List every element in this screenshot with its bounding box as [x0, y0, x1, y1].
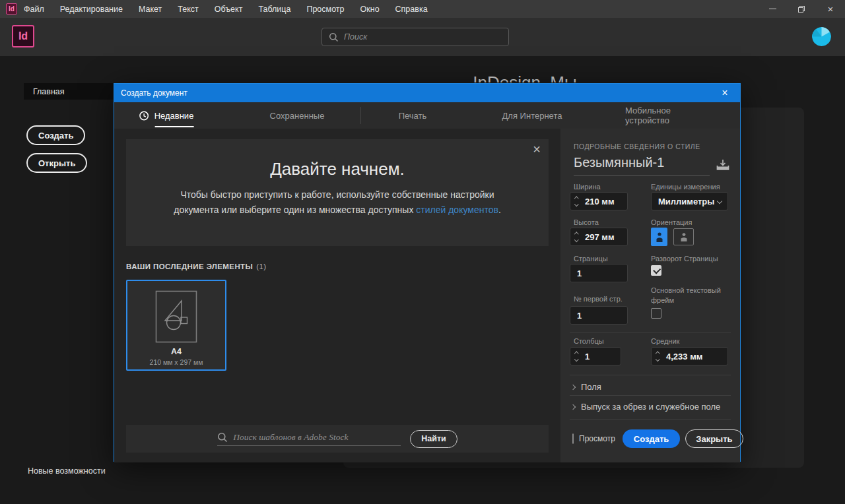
columns-field[interactable]: 1 — [570, 347, 621, 365]
close-window-button[interactable]: × — [816, 0, 845, 18]
columns-stepper[interactable] — [570, 352, 582, 360]
start-page-field[interactable]: 1 — [570, 306, 628, 325]
menu-table[interactable]: Таблица — [258, 5, 290, 14]
recent-items-section-label: ВАШИ ПОСЛЕДНИЕ ЭЛЕМЕНТЫ(1) — [126, 263, 266, 270]
bleed-label: Выпуск за обрез и служебное поле — [581, 402, 720, 412]
units-value: Миллиметры — [652, 197, 714, 206]
user-avatar[interactable] — [812, 27, 831, 46]
whats-new-link[interactable]: Новые возможности — [28, 466, 106, 476]
facing-pages-checkbox[interactable] — [651, 265, 661, 276]
stock-search-input[interactable] — [233, 432, 401, 443]
primary-text-frame-checkbox[interactable] — [651, 308, 661, 319]
window-controls: × — [758, 0, 845, 18]
units-label: Единицы измерения — [651, 183, 720, 191]
margins-label: Поля — [581, 382, 601, 392]
recent-items-count: (1) — [256, 263, 266, 270]
tab-print[interactable]: Печать — [399, 102, 427, 129]
width-stepper[interactable] — [570, 197, 582, 205]
tab-recent-label: Недавние — [154, 111, 194, 121]
restore-icon — [798, 6, 805, 13]
pages-value: 1 — [570, 268, 582, 278]
sidebar-home-label: Главная — [33, 87, 65, 96]
orientation-portrait-icon[interactable] — [651, 228, 667, 246]
divider — [570, 375, 731, 375]
chevron-down-icon — [717, 199, 722, 204]
preset-details-panel: ПОДРОБНЫЕ СВЕДЕНИЯ О СТИЛЕ Безымянный-1 … — [560, 129, 740, 462]
minimize-button[interactable] — [758, 0, 787, 18]
document-presets-link[interactable]: стилей документов — [416, 205, 498, 215]
menu-layout[interactable]: Макет — [139, 5, 162, 14]
restore-button[interactable] — [787, 0, 816, 18]
card-close-button[interactable]: × — [533, 142, 541, 157]
menu-window[interactable]: Окно — [360, 5, 380, 14]
stock-search-bar: Найти — [126, 425, 549, 453]
save-preset-icon[interactable] — [716, 159, 729, 171]
tab-mobile[interactable]: Мобильное устройство — [625, 102, 702, 129]
primary-text-frame-label: Основной текстовый фрейм — [651, 286, 729, 305]
width-value: 210 мм — [582, 197, 615, 206]
gutter-field[interactable]: 4,233 мм — [651, 347, 728, 365]
tab-print-label: Печать — [399, 111, 427, 121]
orientation-options — [651, 228, 694, 246]
height-label: Высота — [574, 218, 599, 226]
columns-value: 1 — [582, 352, 590, 362]
width-label: Ширина — [574, 183, 601, 191]
indesign-mini-logo-icon: Id — [6, 3, 17, 15]
menu-help[interactable]: Справка — [395, 5, 428, 14]
search-icon — [217, 432, 228, 443]
preview-checkbox[interactable] — [572, 433, 574, 444]
pages-label: Страницы — [574, 255, 608, 263]
bleed-expander[interactable]: Выпуск за обрез и служебное поле — [571, 402, 720, 412]
tab-recent[interactable]: Недавние — [139, 102, 194, 129]
os-titlebar: Id Файл Редактирование Макет Текст Объек… — [0, 0, 845, 18]
recent-items-title: ВАШИ ПОСЛЕДНИЕ ЭЛЕМЕНТЫ — [126, 263, 253, 270]
sidebar-open-button[interactable]: Открыть — [26, 153, 87, 173]
close-button[interactable]: Закрыть — [685, 429, 743, 448]
recent-preset-card-a4[interactable]: A4 210 мм x 297 мм — [126, 280, 226, 371]
tab-web[interactable]: Для Интернета — [502, 102, 562, 129]
menu-edit[interactable]: Редактирование — [60, 5, 123, 14]
dialog-close-button[interactable]: × — [716, 87, 733, 99]
facing-pages-label: Разворот Страницы — [651, 255, 718, 263]
height-stepper[interactable] — [570, 233, 582, 241]
tab-saved[interactable]: Сохраненные — [270, 102, 325, 129]
gutter-stepper[interactable] — [652, 352, 663, 360]
sidebar-create-button[interactable]: Создать — [26, 125, 85, 145]
preset-name-input[interactable]: Безымянный-1 — [574, 155, 710, 176]
minimize-icon — [769, 9, 776, 10]
tab-separator — [360, 107, 361, 124]
menu-object[interactable]: Объект — [215, 5, 243, 14]
columns-label: Столбцы — [574, 337, 604, 345]
units-dropdown[interactable]: Миллиметры — [651, 192, 728, 210]
app-search-input[interactable] — [344, 32, 502, 42]
margins-expander[interactable]: Поля — [571, 382, 601, 392]
document-icon — [155, 290, 197, 343]
menu-view[interactable]: Просмотр — [306, 5, 344, 14]
chevron-right-icon — [570, 384, 576, 389]
width-field[interactable]: 210 мм — [570, 192, 628, 210]
hero-body: Чтобы быстро приступить к работе, исполь… — [162, 187, 512, 218]
clipped-background-heading: InDesign. Мы — [370, 74, 680, 82]
menu-file[interactable]: Файл — [24, 5, 44, 14]
dialog-title: Создать документ — [121, 88, 187, 98]
orientation-landscape-icon[interactable] — [673, 228, 694, 245]
dialog-content: × Давайте начнем. Чтобы быстро приступит… — [114, 129, 560, 462]
dialog-footer: Просмотр Создать Закрыть — [560, 429, 740, 448]
find-button[interactable]: Найти — [410, 430, 457, 448]
stock-search-field[interactable] — [217, 432, 401, 446]
preview-label: Просмотр — [579, 434, 615, 443]
create-button[interactable]: Создать — [623, 429, 680, 448]
gutter-label: Средник — [651, 337, 679, 345]
gutter-value: 4,233 мм — [663, 352, 702, 362]
menu-type[interactable]: Текст — [178, 5, 198, 14]
dialog-titlebar: Создать документ × — [114, 84, 740, 102]
app-search-box[interactable] — [321, 28, 509, 46]
tab-saved-label: Сохраненные — [270, 111, 325, 121]
getting-started-card: × Давайте начнем. Чтобы быстро приступит… — [126, 139, 549, 246]
height-field[interactable]: 297 мм — [570, 228, 628, 246]
divider — [570, 419, 731, 420]
pages-field[interactable]: 1 — [570, 264, 628, 282]
preset-section-label: ПОДРОБНЫЕ СВЕДЕНИЯ О СТИЛЕ — [574, 142, 700, 150]
indesign-logo-icon: Id — [12, 25, 34, 47]
sidebar-item-home[interactable]: Главная — [24, 83, 114, 100]
